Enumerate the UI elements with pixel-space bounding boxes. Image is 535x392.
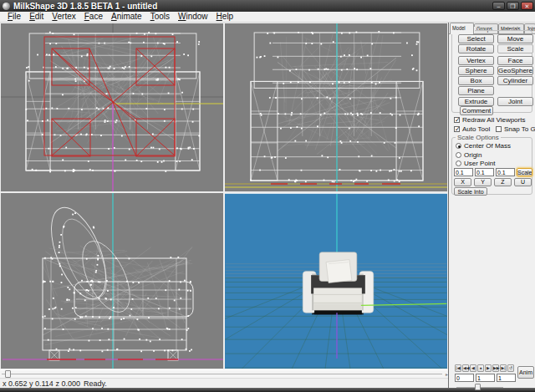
menu-face[interactable]: Face [80, 12, 107, 22]
viewport-front-wireframe-2[interactable] [225, 23, 447, 191]
keyframe-slider[interactable]: ▸ [0, 369, 449, 378]
axis-x-button[interactable]: X [454, 178, 471, 186]
viewport-side-wireframe[interactable] [1, 193, 223, 369]
anim-button[interactable]: Anim [517, 366, 534, 379]
menu-tools[interactable]: Tools [146, 12, 174, 22]
anim-last-frame-button[interactable]: ▶| [500, 364, 507, 372]
axis-z-button[interactable]: Z [494, 178, 512, 186]
anim-stop-button[interactable]: ● [477, 364, 484, 372]
anim-first-frame-button[interactable]: |◀ [455, 364, 461, 372]
origin-radio[interactable]: Origin [456, 151, 482, 159]
snap-to-grid-checkbox[interactable]: Snap To Grid [496, 125, 535, 133]
anim-frame-slider[interactable] [456, 384, 503, 391]
checkbox-icon [496, 126, 502, 132]
viewport-front-wireframe[interactable] [1, 23, 223, 191]
keyframe-thumb[interactable] [5, 370, 11, 378]
cursor-coordinates: x 0.652 y 0.114 z 0.000 [3, 379, 80, 388]
animation-vcr-controls: |◀ ◀◀ ◀ ● ▶ ▶▶ ▶| ↺ [455, 364, 514, 372]
select-button[interactable]: Select [458, 34, 494, 43]
face-button[interactable]: Face [497, 56, 533, 65]
vertex-button[interactable]: Vertex [458, 56, 494, 65]
anim-next-key-button[interactable]: ▶▶ [492, 364, 499, 372]
geosphere-button[interactable]: GeoSphere [497, 66, 533, 75]
status-bar: x 0.652 y 0.114 z 0.000 Ready. [0, 378, 449, 388]
window-bottom-edge [0, 388, 535, 392]
anim-prev-key-button[interactable]: ◀◀ [462, 364, 469, 372]
anim-slider-thumb[interactable] [475, 384, 481, 390]
viewport-area [0, 23, 449, 369]
menu-vertex[interactable]: Vertex [48, 12, 79, 22]
window-title: MilkShape 3D 1.8.5 BETA 1 - untitled [13, 2, 157, 11]
menu-window[interactable]: Window [174, 12, 212, 22]
viewport-3d-perspective[interactable] [225, 193, 447, 369]
center-of-mass-radio[interactable]: Center Of Mass [456, 142, 511, 150]
anim-step-back-button[interactable]: ◀ [470, 364, 476, 372]
cylinder-button[interactable]: Cylinder [497, 76, 533, 85]
menu-edit[interactable]: Edit [25, 12, 48, 22]
anim-current-frame-input[interactable] [455, 374, 474, 382]
tab-model[interactable]: Model [450, 23, 474, 34]
status-message: Ready. [84, 379, 107, 388]
keyframe-track [2, 374, 442, 374]
user-point-radio[interactable]: User Point [456, 160, 495, 167]
maximize-button[interactable]: ❐ [507, 2, 519, 10]
milkshape-window: MilkShape 3D 1.8.5 BETA 1 - untitled – ❐… [0, 0, 535, 392]
scale-x-input[interactable] [454, 168, 473, 176]
comment-button[interactable]: Comment [460, 106, 493, 115]
menu-file[interactable]: File [3, 12, 25, 22]
app-icon [3, 3, 10, 10]
scale-y-input[interactable] [475, 168, 494, 176]
menu-help[interactable]: Help [212, 12, 238, 22]
anim-loop-button[interactable]: ↺ [507, 364, 514, 372]
scale-tool-button[interactable]: Scale [497, 44, 533, 53]
axis-u-button[interactable]: U [514, 178, 532, 186]
auto-tool-checkbox[interactable]: Auto Tool [454, 125, 490, 133]
title-bar[interactable]: MilkShape 3D 1.8.5 BETA 1 - untitled – ❐… [0, 0, 535, 12]
scale-into-button[interactable]: Scale Into [454, 187, 487, 196]
minimize-button[interactable]: – [492, 2, 505, 10]
menu-animate[interactable]: Animate [107, 12, 146, 22]
box-button[interactable]: Box [458, 76, 494, 85]
sphere-button[interactable]: Sphere [458, 66, 494, 75]
joint-button[interactable]: Joint [497, 97, 533, 106]
axis-y-button[interactable]: Y [474, 178, 492, 186]
redraw-all-viewports-checkbox[interactable]: Redraw All Viewports [454, 116, 525, 124]
anim-end-frame-input[interactable] [497, 374, 516, 382]
radio-icon [456, 160, 461, 166]
anim-play-button[interactable]: ▶ [485, 364, 492, 372]
radio-icon [456, 152, 461, 158]
close-button[interactable]: ✕ [521, 2, 533, 10]
rotate-button[interactable]: Rotate [458, 44, 494, 53]
side-panel: Model Groups Materials Joints Tools Sele… [448, 23, 535, 388]
menu-bar: File Edit Vertex Face Animate Tools Wind… [0, 12, 535, 23]
scale-options-label: Scale Options [456, 134, 501, 141]
checkbox-icon [454, 126, 460, 132]
extrude-button[interactable]: Extrude [458, 97, 494, 106]
scale-button[interactable]: Scale [517, 168, 532, 176]
anim-start-frame-input[interactable] [476, 374, 495, 382]
plane-button[interactable]: Plane [458, 86, 494, 95]
checkbox-icon [454, 117, 460, 123]
move-button[interactable]: Move [497, 34, 533, 43]
radio-icon [456, 143, 461, 149]
scale-z-input[interactable] [496, 168, 515, 176]
